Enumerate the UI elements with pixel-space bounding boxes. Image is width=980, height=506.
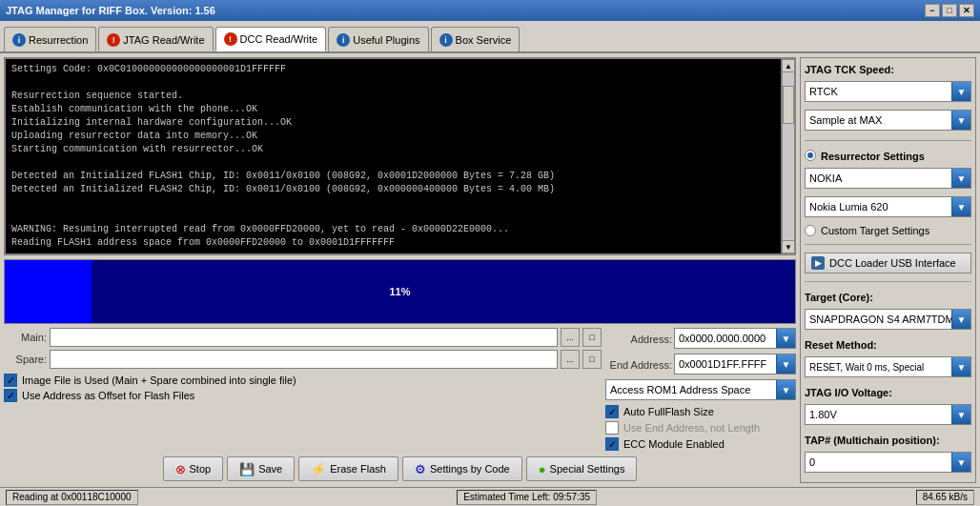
console-line-7: Starting communication with resurrector.…	[11, 143, 775, 156]
console-line-4: Establish communication with the phone..…	[11, 103, 775, 116]
checkbox-use-end-label: Use End Address, not Length	[623, 422, 760, 434]
jtag-tck-btn1[interactable]: ▼	[951, 82, 970, 101]
checkbox-use-address[interactable]: ✓	[4, 389, 17, 402]
tap-btn[interactable]: ▼	[951, 453, 970, 472]
custom-target-radio[interactable]	[805, 225, 816, 236]
main-file-input[interactable]	[50, 328, 558, 347]
progress-label: 11%	[5, 260, 795, 323]
spare-file-input[interactable]	[50, 350, 558, 369]
checkbox-ecc-label: ECC Module Enabled	[623, 438, 725, 450]
middle-section: Main: ... □ Spare: ... □ ✓ Image File is…	[4, 328, 796, 451]
tab-boxservice[interactable]: i Box Service	[431, 27, 521, 51]
address-dropdown-btn[interactable]: ▼	[776, 329, 795, 348]
target-btn[interactable]: ▼	[951, 310, 970, 329]
resurrector-btn1[interactable]: ▼	[951, 169, 970, 188]
console-line-1: Settings Code: 0x0C010000000000000000001…	[11, 63, 775, 76]
save-icon: 💾	[239, 462, 255, 476]
tab-icon-jtag: !	[107, 33, 120, 47]
checkbox-image-file[interactable]: ✓	[4, 374, 17, 387]
spare-file-button[interactable]: ...	[561, 350, 580, 369]
special-settings-label: Special Settings	[550, 463, 625, 475]
checkbox-image-file-label: Image File is Used (Main + Spare combine…	[22, 374, 296, 386]
jtag-tck-dropdown2: Sample at MAX ▼	[805, 110, 971, 131]
tap-dropdown: 0 ▼	[805, 452, 971, 473]
console-line-14: Reading FLASH1 address space from 0x0000…	[11, 236, 775, 250]
scroll-thumb[interactable]	[783, 86, 794, 124]
console-line-8	[11, 156, 775, 170]
status-left: Reading at 0x00118C10000	[6, 490, 138, 505]
tab-resurrection[interactable]: i Resurrection	[4, 27, 96, 51]
jtag-tck-btn2[interactable]: ▼	[951, 111, 970, 130]
right-panel: JTAG TCK Speed: RTCK ▼ Sample at MAX ▼ R…	[800, 57, 976, 483]
console-line-10: Detected an Initialized FLASH2 Chip, ID:…	[11, 183, 775, 196]
special-settings-button[interactable]: ● Special Settings	[526, 456, 638, 481]
scroll-up-button[interactable]: ▲	[782, 59, 795, 72]
console-scrollbar[interactable]: ▲ ▼	[782, 58, 795, 254]
checkbox-use-end-row: Use End Address, not Length	[605, 421, 796, 435]
jtag-tck-value1: RTCK	[806, 86, 951, 97]
main-area: Settings Code: 0x0C010000000000000000001…	[0, 53, 980, 487]
dcc-loader-button[interactable]: ▶ DCC Loader USB Interface	[805, 253, 971, 273]
tab-label-boxservice: Box Service	[456, 34, 512, 46]
save-button[interactable]: 💾 Save	[227, 456, 295, 481]
settings-code-button[interactable]: ⚙ Settings by Code	[402, 456, 522, 481]
tab-icon-resurrection: i	[12, 33, 26, 47]
resurrector-dropdown1: NOKIA ▼	[805, 168, 971, 189]
tab-jtag[interactable]: ! JTAG Read/Write	[98, 27, 213, 51]
tab-label-plugins: Useful Plugins	[353, 34, 419, 46]
checkboxes-area: ✓ Image File is Used (Main + Spare combi…	[4, 372, 602, 404]
scroll-down-button[interactable]: ▼	[782, 240, 795, 253]
checkbox-auto-full[interactable]: ✓	[605, 405, 619, 418]
checkbox-use-end[interactable]	[605, 421, 619, 435]
erase-button[interactable]: ⚡ Erase Flash	[298, 456, 398, 481]
progress-bar-container: 11%	[4, 259, 796, 324]
checkbox-auto-full-label: Auto FullFlash Size	[623, 406, 714, 417]
jtag-tck-label: JTAG TCK Speed:	[805, 64, 971, 75]
status-bar: Reading at 0x00118C10000 Estimated Time …	[0, 487, 980, 506]
minimize-button[interactable]: −	[925, 4, 940, 17]
divider-3	[805, 281, 971, 282]
bottom-buttons: ⊗ Stop 💾 Save ⚡ Erase Flash ⚙ Settings b…	[4, 455, 796, 483]
divider-2	[805, 244, 971, 245]
jtag-io-btn[interactable]: ▼	[951, 405, 970, 424]
checkbox-ecc[interactable]: ✓	[605, 437, 619, 451]
tab-dcc[interactable]: ! DCC Read/Write	[215, 27, 327, 51]
jtag-tck-dropdown1: RTCK ▼	[805, 81, 971, 102]
spare-file-extra-button[interactable]: □	[582, 350, 602, 369]
checkbox-auto-full-row: ✓ Auto FullFlash Size	[605, 405, 796, 418]
erase-label: Erase Flash	[330, 463, 386, 475]
jtag-io-dropdown: 1.80V ▼	[805, 404, 971, 425]
status-right-text: 84.65 kB/s	[923, 492, 968, 502]
checkbox-ecc-row: ✓ ECC Module Enabled	[605, 437, 796, 451]
console-line-6: Uploading resurrector data into memory..…	[11, 130, 775, 143]
end-address-dropdown-btn[interactable]: ▼	[776, 354, 795, 374]
close-button[interactable]: ✕	[959, 4, 974, 17]
tab-label-dcc: DCC Read/Write	[240, 33, 318, 45]
custom-target-label: Custom Target Settings	[821, 225, 929, 236]
end-address-label: End Address:	[605, 359, 672, 371]
access-dropdown-wrapper: Access ROM1 Address Space ▼	[605, 379, 796, 400]
tab-label-jtag: JTAG Read/Write	[123, 34, 204, 46]
resurrector-value1: NOKIA	[806, 172, 951, 184]
tap-value: 0	[806, 456, 951, 468]
end-address-value: 0x0001D1FF.FFFF	[675, 358, 776, 370]
access-dropdown-btn[interactable]: ▼	[776, 380, 795, 399]
status-left-text: Reading at 0x00118C10000	[12, 492, 132, 502]
erase-icon: ⚡	[311, 462, 326, 476]
console-line-13: WARNING: Resuming interrupted read from …	[11, 223, 775, 236]
reset-label: Reset Method:	[805, 339, 971, 351]
maximize-button[interactable]: □	[942, 4, 957, 17]
end-address-row: End Address: 0x0001D1FF.FFFF ▼	[605, 354, 796, 376]
console-line-3: Resurrection sequence started.	[11, 90, 775, 103]
reset-btn[interactable]: ▼	[951, 357, 970, 376]
tab-plugins[interactable]: i Useful Plugins	[328, 27, 428, 51]
resurrector-radio[interactable]	[805, 150, 816, 161]
resurrector-value2: Nokia Lumia 620	[806, 201, 951, 213]
resurrector-btn2[interactable]: ▼	[951, 197, 970, 216]
main-file-extra-button[interactable]: □	[582, 328, 602, 347]
main-file-button[interactable]: ...	[561, 328, 580, 347]
console-line-11	[11, 196, 775, 210]
console-line-2	[11, 76, 775, 90]
stop-button[interactable]: ⊗ Stop	[163, 456, 224, 481]
save-label: Save	[258, 463, 282, 475]
